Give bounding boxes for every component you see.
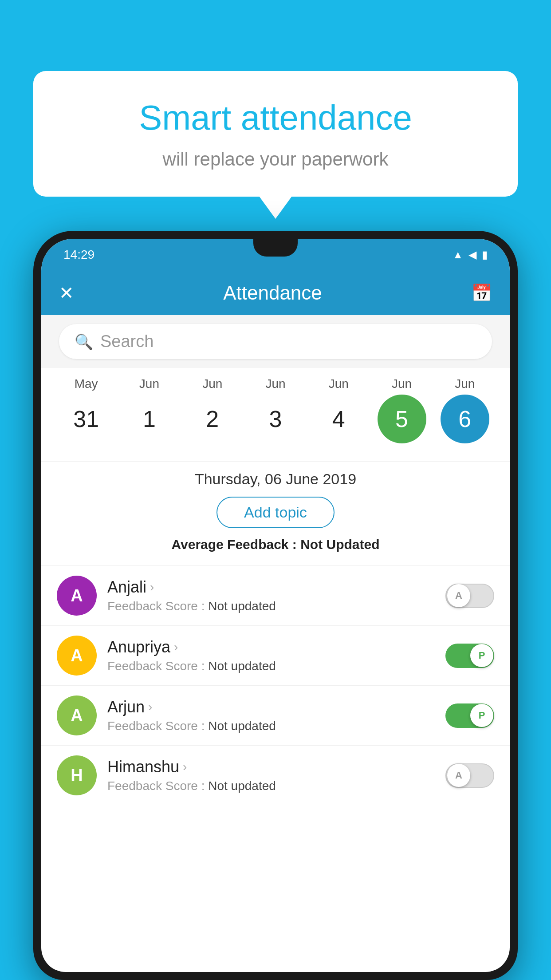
chevron-icon: › — [150, 580, 154, 594]
avg-feedback-label: Average Feedback : — [171, 537, 300, 552]
chevron-icon: › — [148, 700, 152, 714]
search-icon: 🔍 — [75, 333, 93, 351]
battery-icon: ▮ — [482, 249, 488, 261]
date-item-0[interactable]: May31 — [57, 377, 115, 443]
student-item-1: AAnupriya ›Feedback Score : Not updatedP — [41, 625, 510, 685]
phone-frame: 14:29 ▲ ◀ ▮ ✕ Attendance 📅 🔍 Search May3… — [33, 231, 518, 980]
add-topic-button[interactable]: Add topic — [216, 497, 335, 528]
date-item-4[interactable]: Jun4 — [310, 377, 367, 443]
chevron-icon: › — [183, 760, 187, 774]
selected-date: Thursday, 06 June 2019 — [41, 470, 510, 488]
student-name[interactable]: Anjali › — [107, 578, 435, 597]
date-item-1[interactable]: Jun1 — [120, 377, 178, 443]
close-button[interactable]: ✕ — [59, 283, 74, 303]
status-time: 14:29 — [63, 248, 94, 262]
speech-bubble: Smart attendance will replace your paper… — [33, 71, 518, 197]
date-month: May — [75, 377, 98, 391]
date-item-5[interactable]: Jun5 — [373, 377, 431, 443]
date-month: Jun — [455, 377, 475, 391]
date-day[interactable]: 3 — [251, 395, 300, 443]
date-month: Jun — [329, 377, 349, 391]
average-feedback: Average Feedback : Not Updated — [41, 537, 510, 559]
toggle-knob: P — [470, 704, 493, 727]
feedback-score: Feedback Score : Not updated — [107, 599, 435, 613]
student-item-0: AAnjali ›Feedback Score : Not updatedA — [41, 565, 510, 625]
toggle-knob: P — [470, 644, 493, 667]
date-day[interactable]: 6 — [441, 395, 489, 443]
app-bar: ✕ Attendance 📅 — [41, 271, 510, 315]
date-month: Jun — [202, 377, 222, 391]
feedback-score: Feedback Score : Not updated — [107, 719, 435, 733]
calendar-button[interactable]: 📅 — [471, 283, 492, 303]
avg-feedback-value: Not Updated — [300, 537, 379, 552]
student-avatar: A — [57, 636, 97, 676]
date-day[interactable]: 5 — [378, 395, 426, 443]
bubble-subtitle: will replace your paperwork — [69, 149, 482, 170]
date-month: Jun — [392, 377, 412, 391]
date-item-3[interactable]: Jun3 — [247, 377, 304, 443]
student-info: Arjun ›Feedback Score : Not updated — [107, 698, 435, 733]
date-row: May31Jun1Jun2Jun3Jun4Jun5Jun6 — [55, 377, 496, 443]
date-month: Jun — [139, 377, 159, 391]
attendance-toggle[interactable]: A — [445, 584, 494, 608]
attendance-toggle[interactable]: P — [445, 644, 494, 668]
chevron-icon: › — [174, 640, 178, 654]
search-container: 🔍 Search — [41, 315, 510, 368]
student-item-2: AArjun ›Feedback Score : Not updatedP — [41, 685, 510, 745]
phone-screen: 14:29 ▲ ◀ ▮ ✕ Attendance 📅 🔍 Search May3… — [41, 239, 510, 972]
student-name[interactable]: Himanshu › — [107, 758, 435, 776]
student-info: Anjali ›Feedback Score : Not updated — [107, 578, 435, 613]
date-day[interactable]: 4 — [314, 395, 363, 443]
student-info: Anupriya ›Feedback Score : Not updated — [107, 638, 435, 673]
attendance-toggle[interactable]: A — [445, 763, 494, 788]
status-icons: ▲ ◀ ▮ — [453, 249, 488, 261]
student-avatar: A — [57, 695, 97, 735]
search-bar[interactable]: 🔍 Search — [59, 324, 492, 359]
toggle-knob: A — [447, 584, 470, 607]
student-name[interactable]: Anupriya › — [107, 638, 435, 656]
student-avatar: H — [57, 755, 97, 795]
speech-bubble-container: Smart attendance will replace your paper… — [33, 71, 518, 197]
student-info: Himanshu ›Feedback Score : Not updated — [107, 758, 435, 793]
date-day[interactable]: 31 — [62, 395, 110, 443]
date-month: Jun — [265, 377, 285, 391]
feedback-score: Feedback Score : Not updated — [107, 659, 435, 673]
student-item-3: HHimanshu ›Feedback Score : Not updatedA — [41, 745, 510, 805]
toggle-knob: A — [447, 764, 470, 787]
date-item-6[interactable]: Jun6 — [436, 377, 494, 443]
bubble-title: Smart attendance — [69, 98, 482, 138]
search-placeholder: Search — [100, 332, 153, 351]
wifi-icon: ▲ — [453, 249, 463, 261]
date-info: Thursday, 06 June 2019 Add topic Average… — [41, 461, 510, 565]
date-selector: May31Jun1Jun2Jun3Jun4Jun5Jun6 — [41, 368, 510, 461]
date-item-2[interactable]: Jun2 — [184, 377, 241, 443]
app-bar-title: Attendance — [223, 282, 322, 304]
student-list: AAnjali ›Feedback Score : Not updatedAAA… — [41, 565, 510, 805]
student-avatar: A — [57, 576, 97, 616]
feedback-score: Feedback Score : Not updated — [107, 779, 435, 793]
date-day[interactable]: 1 — [125, 395, 173, 443]
status-bar: 14:29 ▲ ◀ ▮ — [41, 239, 510, 271]
student-name[interactable]: Arjun › — [107, 698, 435, 716]
signal-icon: ◀ — [468, 249, 476, 261]
attendance-toggle[interactable]: P — [445, 703, 494, 728]
date-day[interactable]: 2 — [188, 395, 237, 443]
